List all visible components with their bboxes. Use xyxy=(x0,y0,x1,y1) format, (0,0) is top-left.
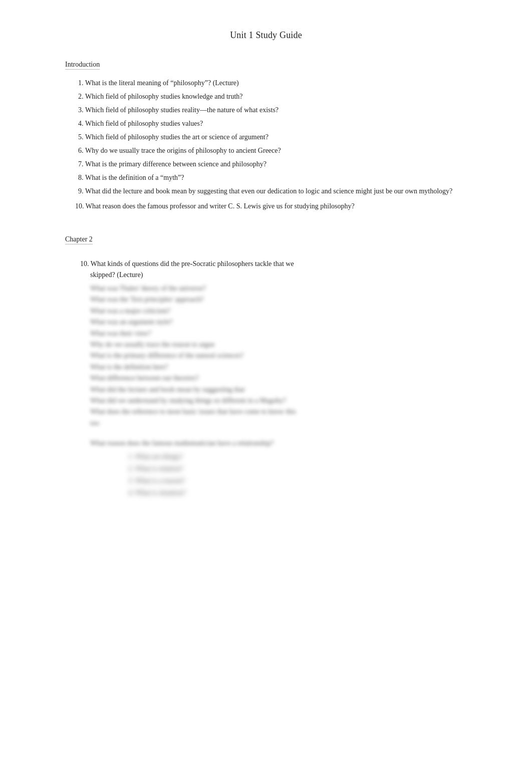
blurred-line: What did we understand by studying thing… xyxy=(90,395,467,406)
intro-question-10: 10. What reason does the famous professo… xyxy=(75,202,467,210)
blurred-line: What was Thales' theory of the universe? xyxy=(90,283,467,294)
introduction-header: Introduction xyxy=(65,61,100,70)
list-item: What did the lecture and book mean by su… xyxy=(85,186,467,196)
blurred-list-item: What is a reason? xyxy=(135,475,467,487)
chapter2-q10-number: 10. xyxy=(80,260,91,268)
blurred-line: What does the reference to most basic is… xyxy=(90,406,467,417)
blurred-content-2: What reason does the famous mathematicia… xyxy=(90,438,467,499)
blurred-line: What is the definition here? xyxy=(90,362,467,373)
q10-text: What reason does the famous professor an… xyxy=(86,202,355,210)
blurred-line: What was their view? xyxy=(90,328,467,339)
blurred-list-item: What is situation? xyxy=(135,487,467,499)
blurred-content-1: What was Thales' theory of the universe?… xyxy=(90,283,467,429)
chapter2-question-10: 10. What kinds of questions did the pre-… xyxy=(80,258,467,269)
list-item: What is the literal meaning of “philosop… xyxy=(85,78,467,88)
list-item: Which field of philosophy studies knowle… xyxy=(85,91,467,102)
blurred-list-item: What is relation? xyxy=(135,463,467,475)
blurred-line: too xyxy=(90,418,467,429)
blurred-sub-header: What reason does the famous mathematicia… xyxy=(90,438,467,449)
chapter2-header: Chapter 2 xyxy=(65,235,93,244)
introduction-question-list: What is the literal meaning of “philosop… xyxy=(65,78,467,196)
chapter2-q10-sub: skipped? (Lecture) xyxy=(90,271,467,279)
list-item: Which field of philosophy studies values… xyxy=(85,118,467,129)
chapter2-q10-text: What kinds of questions did the pre-Socr… xyxy=(91,260,294,268)
blurred-line: What difference between our theories? xyxy=(90,373,467,384)
list-item: What is the primary difference between s… xyxy=(85,159,467,169)
blurred-line: What was the 'first principles' approach… xyxy=(90,294,467,305)
blurred-line: What did the lecture and book mean by su… xyxy=(90,384,467,395)
chapter2-section: Chapter 2 10. What kinds of questions di… xyxy=(65,235,467,499)
introduction-section: Introduction What is the literal meaning… xyxy=(65,61,467,210)
list-item: Why do we usually trace the origins of p… xyxy=(85,145,467,156)
blurred-line: What is the primary difference of the na… xyxy=(90,350,467,361)
page-title: Unit 1 Study Guide xyxy=(65,30,467,41)
blurred-line: What was an argument style? xyxy=(90,317,467,328)
blurred-line: What was a major criticism? xyxy=(90,306,467,317)
list-item: What is the definition of a “myth”? xyxy=(85,172,467,183)
list-item: Which field of philosophy studies realit… xyxy=(85,105,467,115)
blurred-list-item: What are things? xyxy=(135,451,467,463)
q10-number: 10. xyxy=(75,202,86,210)
blurred-line: Why do we usually trace the reason to ar… xyxy=(90,339,467,350)
list-item: Which field of philosophy studies the ar… xyxy=(85,132,467,142)
blurred-sub-list: What are things? What is relation? What … xyxy=(125,451,467,498)
